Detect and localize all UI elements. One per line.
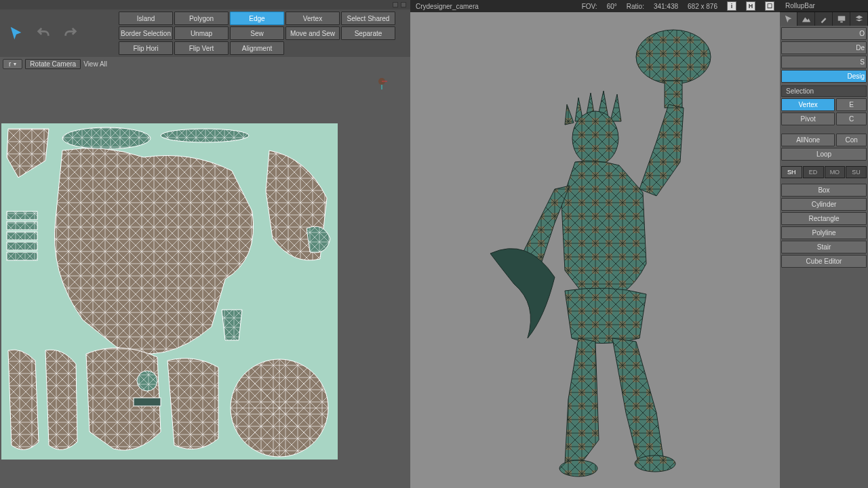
tab-display-icon[interactable] — [833, 12, 850, 26]
rollup-cat-designer[interactable]: Desig — [781, 70, 867, 83]
fov-value: 60° — [607, 3, 617, 10]
svg-rect-22 — [134, 398, 161, 406]
rollup-cat-1[interactable]: De — [781, 41, 867, 54]
svg-rect-9 — [7, 232, 37, 240]
select-shared-button[interactable]: Select Shared — [341, 12, 395, 25]
rollup-title: RollupBar — [780, 0, 868, 12]
rollup-body: O De S Desig Selection Vertex E Pivot C … — [780, 26, 868, 488]
svg-point-27 — [572, 111, 618, 165]
box-button[interactable]: Box — [781, 184, 867, 197]
tab-select-icon[interactable] — [780, 12, 797, 26]
stair-button[interactable]: Stair — [781, 241, 867, 253]
svg-rect-30 — [837, 16, 845, 21]
ratio-value: 341:438 — [654, 3, 678, 10]
rectangle-button[interactable]: Rectangle — [781, 212, 867, 225]
uv-axis-gizmo[interactable] — [375, 76, 389, 89]
cylinder-button[interactable]: Cylinder — [781, 198, 867, 211]
uv-subbar: r Rotate Camera View All — [0, 57, 410, 70]
rollup-cat-0[interactable]: O — [781, 27, 867, 40]
c-button[interactable]: C — [836, 113, 867, 125]
pin-icon[interactable] — [393, 2, 398, 7]
unmap-button[interactable]: Unmap — [174, 26, 229, 40]
flip-hori-button[interactable]: Flip Hori — [119, 41, 173, 55]
undo-icon[interactable] — [33, 22, 54, 44]
mode-su[interactable]: SU — [846, 166, 867, 178]
svg-point-6 — [161, 129, 249, 142]
svg-point-29 — [635, 455, 675, 472]
svg-point-25 — [636, 30, 711, 84]
vertex-mode-button[interactable]: Vertex — [781, 98, 835, 111]
info-icon[interactable]: i — [727, 1, 736, 11]
uv-canvas[interactable] — [1, 123, 338, 460]
view-all-label[interactable]: View All — [83, 60, 107, 68]
loop-button[interactable]: Loop — [781, 148, 867, 161]
uv-titlebar — [0, 0, 410, 9]
edge-button[interactable]: Edge — [230, 12, 284, 25]
cursor-icon[interactable] — [5, 22, 27, 44]
ratio-label: Ratio: — [627, 3, 644, 10]
frame-icon[interactable]: ☐ — [765, 1, 774, 11]
border-selection-button[interactable]: Border Selection — [119, 26, 173, 40]
svg-rect-8 — [7, 222, 37, 230]
flip-vert-button[interactable]: Flip Vert — [174, 41, 229, 55]
resolution-label: 682 x 876 — [688, 3, 717, 10]
svg-point-21 — [137, 371, 157, 391]
viewport-3d-panel: Crydesigner_camera FOV: 60° Ratio: 341:4… — [410, 0, 780, 488]
uv-toolbar: Island Polygon Edge Vertex Select Shared… — [0, 9, 410, 57]
move-and-sew-button[interactable]: Move and Sew — [285, 26, 340, 40]
selection-header[interactable]: Selection — [781, 85, 867, 97]
viewport-header: Crydesigner_camera FOV: 60° Ratio: 341:4… — [410, 0, 780, 12]
rollup-tabs — [780, 12, 868, 26]
mode-ed[interactable]: ED — [803, 166, 824, 178]
pivot-button[interactable]: Pivot — [781, 113, 835, 125]
viewport-3d[interactable] — [410, 12, 780, 488]
cube-editor-button[interactable]: Cube Editor — [781, 255, 867, 268]
svg-rect-31 — [840, 22, 843, 23]
uv-dropdown[interactable]: r — [3, 59, 22, 69]
uv-toolbar-left — [0, 9, 119, 57]
helpers-icon[interactable]: H — [746, 1, 755, 11]
mode-mo[interactable]: MO — [825, 166, 846, 178]
island-button[interactable]: Island — [119, 12, 173, 25]
svg-rect-26 — [665, 81, 682, 108]
rotate-camera-button[interactable]: Rotate Camera — [25, 59, 81, 69]
tab-brush-icon[interactable] — [815, 12, 833, 26]
redo-icon[interactable] — [60, 22, 81, 44]
sew-button[interactable]: Sew — [230, 26, 284, 40]
mode-tabs: SH ED MO SU — [781, 166, 867, 178]
alignment-button[interactable]: Alignment — [230, 41, 284, 55]
polyline-button[interactable]: Polyline — [781, 226, 867, 239]
uv-button-grid: Island Polygon Edge Vertex Select Shared… — [119, 9, 395, 57]
close-icon[interactable] — [401, 2, 406, 7]
svg-point-5 — [62, 127, 151, 149]
svg-rect-10 — [7, 242, 37, 250]
tab-terrain-icon[interactable] — [797, 12, 815, 26]
fov-label: FOV: — [582, 3, 597, 10]
svg-point-28 — [559, 460, 597, 476]
separate-button[interactable]: Separate — [341, 26, 395, 40]
polygon-button[interactable]: Polygon — [174, 12, 229, 25]
uv-viewport[interactable] — [0, 70, 410, 488]
con-button[interactable]: Con — [836, 134, 867, 146]
edge-mode-button[interactable]: E — [836, 98, 867, 111]
tab-layers-icon[interactable] — [850, 12, 868, 26]
svg-rect-7 — [7, 211, 37, 220]
camera-name-label[interactable]: Crydesigner_camera — [416, 3, 479, 10]
allnone-button[interactable]: AllNone — [781, 134, 835, 146]
rollup-cat-2[interactable]: S — [781, 56, 867, 68]
rollup-bar: RollupBar O De S Desig Selection Vertex … — [780, 0, 868, 488]
vertex-button[interactable]: Vertex — [285, 12, 340, 25]
statue-mesh[interactable] — [453, 20, 738, 481]
svg-rect-11 — [7, 252, 37, 260]
uv-editor-panel: Island Polygon Edge Vertex Select Shared… — [0, 0, 410, 488]
mode-sh[interactable]: SH — [781, 166, 802, 178]
